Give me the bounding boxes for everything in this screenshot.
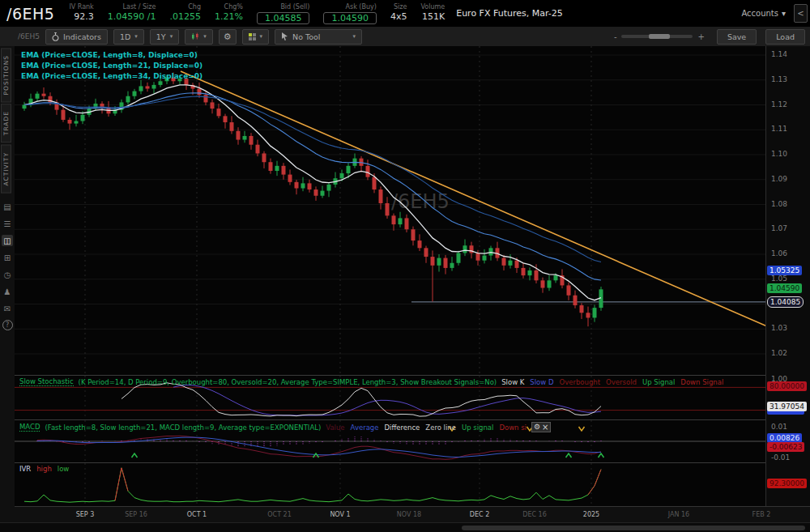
help-icon[interactable]: ?	[2, 320, 13, 330]
price-pane[interactable]: /6EH5 EMA (Price=CLOSE, Length=8, Displa…	[15, 46, 765, 375]
save-button[interactable]: Save	[717, 29, 757, 45]
candle	[593, 308, 597, 317]
time-axis[interactable]: SEP 3SEP 16OCT 1OCT 21NOV 1NOV 18DEC 2DE…	[15, 506, 810, 523]
quote-field-label: IV Rank	[69, 3, 93, 11]
candle	[224, 116, 228, 122]
sidebar-tab-trade[interactable]: TRADE	[1, 104, 11, 143]
quote-field-label: Chg	[188, 3, 201, 11]
study-legend: Slow KSlow DOverboughtOversoldUp SignalD…	[501, 378, 723, 386]
last-price-badge: 1.04590	[767, 283, 802, 293]
quote-field-value: 92.3	[74, 11, 94, 23]
candle	[399, 218, 403, 224]
macd-title: MACD(Fast length=8, Slow length=21, MACD…	[19, 422, 551, 432]
candle	[392, 215, 396, 224]
macd-pane[interactable]: MACD(Fast length=8, Slow length=21, MACD…	[15, 419, 765, 463]
candle	[386, 203, 390, 215]
stochastic-pane[interactable]: Slow Stochastic(K Period=14, D Period=9,…	[15, 375, 765, 420]
candle	[463, 245, 467, 253]
candle	[282, 166, 286, 175]
legend-item: Up signal	[462, 423, 493, 432]
zoom-out-button[interactable]: -	[614, 32, 617, 41]
zoom-in-button[interactable]: +	[697, 32, 704, 41]
candle	[256, 145, 260, 154]
price-tick: 1.06	[771, 249, 787, 257]
candle	[308, 183, 312, 189]
scrollbar-thumb[interactable]	[462, 526, 805, 530]
quote-field: Ask (Buy)1.04590	[323, 3, 377, 24]
candle	[373, 177, 377, 189]
sidebar-tab-activity[interactable]: ACTIVITY	[1, 145, 11, 194]
candle	[405, 218, 409, 229]
legend-item: Overbought	[560, 378, 601, 386]
study-close-icon[interactable]: ×	[542, 423, 548, 432]
watchlist-icon[interactable]: ☰	[2, 218, 13, 229]
candle	[340, 173, 344, 178]
candle	[295, 182, 299, 189]
time-label: OCT 1	[187, 511, 207, 518]
news-icon[interactable]: ▤	[2, 201, 13, 212]
layout-grid-dropdown[interactable]: ▾	[242, 29, 270, 45]
quote-field-value[interactable]: 1.04585	[257, 12, 310, 24]
quote-field-label: Bid (Sell)	[280, 3, 309, 11]
chart-icon[interactable]: ◫	[2, 235, 13, 246]
zoom-slider-thumb[interactable]	[649, 34, 670, 39]
study-params: (Fast length=8, Slow length=21, MACD len…	[45, 423, 321, 432]
candle	[431, 257, 435, 266]
up-signal-arrow	[566, 453, 572, 458]
horizontal-scrollbar[interactable]	[0, 522, 810, 532]
no-tool-label: No Tool	[292, 32, 320, 41]
drawing-tool-dropdown[interactable]: No Tool ▾	[275, 29, 362, 45]
price-tick: 1.09	[771, 175, 787, 183]
legend-item: Slow K	[501, 378, 524, 386]
community-icon[interactable]: ♟	[2, 286, 13, 297]
apps-icon[interactable]: ⊞	[2, 252, 13, 263]
candle	[23, 105, 27, 109]
sidebar-tab-positions[interactable]: POSITIONS	[1, 48, 11, 102]
study-name: MACD	[19, 423, 40, 432]
macd-value-badge: -0.00623	[767, 442, 804, 452]
price-tick: 1.13	[771, 75, 787, 83]
accounts-dropdown[interactable]: Accounts ▾	[741, 9, 786, 18]
quote-field: Size4x5	[390, 3, 407, 23]
collapse-panel-button[interactable]: <	[794, 4, 808, 23]
ivr-pane[interactable]: IVRhighlow	[15, 462, 765, 507]
range-value: 1Y	[156, 32, 166, 41]
quote-field-value: 4x5	[390, 11, 407, 23]
timeframe-dropdown[interactable]: 1D ▾	[113, 29, 144, 45]
range-dropdown[interactable]: 1Y ▾	[150, 29, 179, 45]
load-button[interactable]: Load	[765, 29, 805, 45]
symbol-title: /6EH5	[6, 5, 54, 23]
legend-item: Zero line	[425, 423, 456, 432]
chevron-down-icon: ▾	[170, 33, 173, 40]
ema-study-labels: EMA (Price=CLOSE, Length=8, Displace=0)E…	[21, 50, 202, 82]
price-tick: 1.02	[771, 349, 787, 357]
candle	[535, 270, 539, 280]
candle	[62, 110, 66, 120]
zoom-slider[interactable]	[621, 35, 693, 38]
chart-type-dropdown[interactable]: ▾	[185, 29, 213, 45]
chart-settings-button[interactable]: ⚙	[219, 29, 237, 45]
candle	[437, 258, 441, 266]
flask-icon	[52, 32, 59, 41]
price-axis[interactable]: 1.141.131.121.111.101.091.081.071.061.05…	[765, 46, 810, 506]
quote-field: Chg%1.21%	[215, 3, 243, 23]
layout-grid-icon	[249, 33, 256, 40]
quote-field-value: .01255	[169, 11, 201, 23]
history-icon[interactable]: ◷	[2, 269, 13, 280]
candle	[36, 94, 40, 99]
candle	[379, 189, 383, 203]
candle	[502, 258, 506, 266]
ema-label: EMA (Price=CLOSE, Length=34, Displace=0)	[21, 71, 202, 82]
time-label: SEP 16	[125, 511, 147, 518]
candle	[366, 166, 370, 177]
legend-item: Down si	[499, 423, 526, 432]
messages-icon[interactable]: ✉	[2, 303, 13, 314]
quote-field-value[interactable]: 1.04590	[323, 12, 377, 24]
indicators-button[interactable]: Indicators	[45, 29, 108, 45]
quote-field: Last / Size1.04590 /1	[108, 3, 156, 23]
legend-item: Difference	[385, 423, 420, 432]
quote-field-value: 1.04590 /1	[108, 11, 156, 23]
price-tick: 1.07	[771, 224, 787, 232]
candle	[567, 285, 571, 295]
study-gear-icon[interactable]: ⚙	[534, 423, 540, 432]
